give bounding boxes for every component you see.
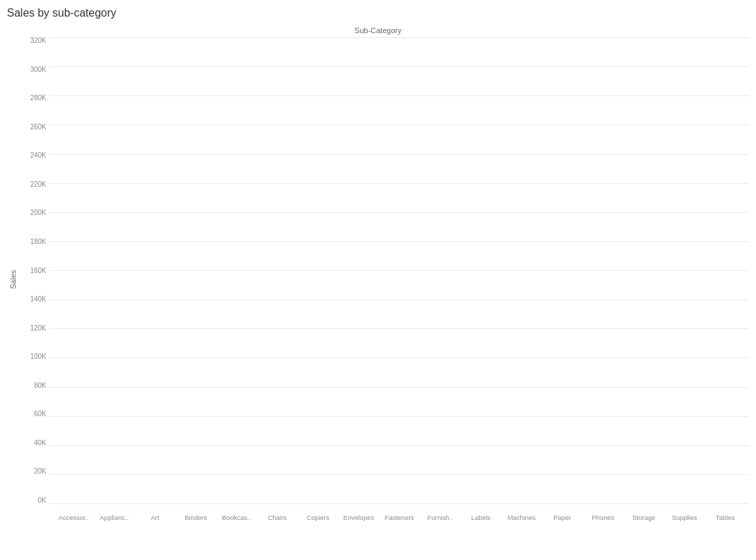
y-axis: 320K300K280K260K240K220K200K180K160K140K… xyxy=(21,37,50,521)
x-label: Paper xyxy=(542,514,583,521)
x-label: Supplies xyxy=(664,514,705,521)
chart-area: Sales 320K300K280K260K240K220K200K180K16… xyxy=(7,37,749,521)
x-label: Machines xyxy=(501,514,542,521)
x-label: Chairs xyxy=(257,514,298,521)
x-label: Binders xyxy=(176,514,216,521)
x-label: Copiers xyxy=(298,514,339,521)
y-tick: 140K xyxy=(30,296,50,303)
y-tick: 20K xyxy=(34,468,50,475)
x-label: Labels xyxy=(460,514,501,521)
x-label: Storage xyxy=(623,514,664,521)
x-label: Bookcas.. xyxy=(216,514,257,521)
y-tick: 300K xyxy=(30,66,50,73)
y-tick: 220K xyxy=(30,181,50,188)
chart-subtitle: Sub-Category xyxy=(7,26,749,35)
page-title: Sales by sub-category xyxy=(7,7,756,19)
x-label: Tables xyxy=(705,514,746,521)
y-tick: 160K xyxy=(30,268,50,274)
y-tick: 260K xyxy=(30,124,50,131)
x-label: Phones xyxy=(583,514,623,521)
chart-container: Sub-Category Sales 320K300K280K260K240K2… xyxy=(7,26,749,552)
x-label: Accessor.. xyxy=(53,514,94,521)
x-label: Furnish.. xyxy=(419,514,460,521)
y-tick: 120K xyxy=(30,325,50,332)
y-tick: 60K xyxy=(34,411,50,418)
x-label: Art xyxy=(135,514,176,521)
y-tick: 80K xyxy=(34,382,50,389)
x-label: Fasteners xyxy=(379,514,420,521)
bars-row xyxy=(50,37,749,504)
y-tick: 100K xyxy=(30,353,50,360)
y-tick: 280K xyxy=(30,95,50,102)
y-tick: 200K xyxy=(30,209,50,216)
y-axis-label: Sales xyxy=(7,37,19,521)
x-label: Envelopes xyxy=(339,514,379,521)
x-label: Applianc.. xyxy=(94,514,135,521)
plot-area: Accessor..Applianc..ArtBindersBookcas..C… xyxy=(50,37,749,521)
y-tick: 0K xyxy=(38,497,50,504)
x-labels: Accessor..Applianc..ArtBindersBookcas..C… xyxy=(50,504,749,521)
y-tick: 320K xyxy=(30,37,50,44)
y-tick: 180K xyxy=(30,239,50,245)
y-tick: 40K xyxy=(34,440,50,447)
y-tick: 240K xyxy=(30,152,50,159)
